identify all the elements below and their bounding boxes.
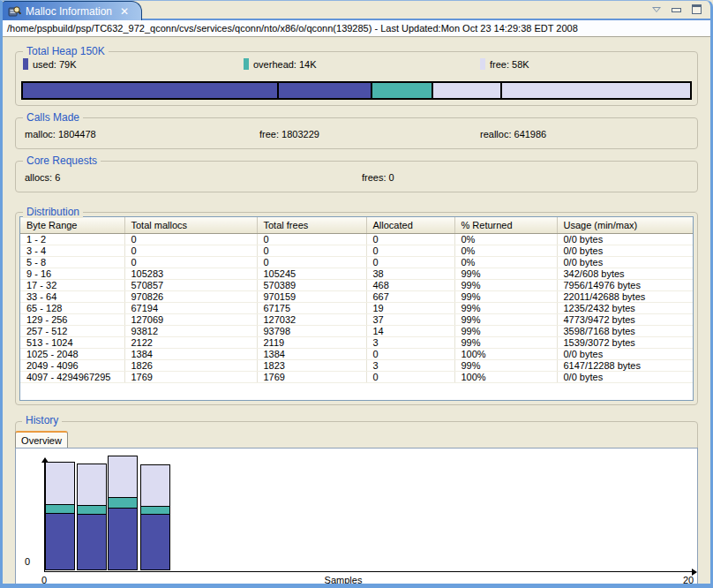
free-count: free: 1803229 (259, 129, 319, 139)
table-cell: 105283 (124, 268, 257, 279)
table-cell: 257 - 512 (20, 325, 124, 336)
table-cell: 4773/9472 bytes (557, 313, 693, 325)
table-row[interactable]: 5 - 80000%0/0 bytes (20, 256, 693, 268)
distribution-table: Byte RangeTotal mallocsTotal freesAlloca… (19, 216, 694, 401)
table-cell: 0 (366, 371, 454, 382)
tab-overview[interactable]: Overview (15, 431, 68, 448)
table-cell: 14 (366, 325, 454, 336)
table-cell: 0/0 bytes (557, 256, 693, 268)
history-bar-segment-used (77, 515, 107, 570)
table-cell: 2049 - 4096 (20, 359, 124, 371)
table-row[interactable]: 9 - 161052831052453899%342/608 bytes (20, 268, 693, 279)
column-header[interactable]: Total mallocs (124, 217, 257, 233)
target-path-bar: /home/pspbuild/psp/TC632_972_qconn/cvs/s… (3, 20, 710, 37)
core-frees-count: frees: 0 (362, 172, 394, 183)
column-header[interactable]: Usage (min/max) (557, 217, 693, 233)
table-row[interactable]: 257 - 51293812937981499%3598/7168 bytes (20, 325, 693, 336)
column-header[interactable]: Total frees (257, 217, 366, 233)
x-axis-end-label: 20 (683, 575, 694, 585)
table-cell: 99% (454, 325, 557, 336)
table-cell: 93812 (124, 325, 257, 336)
tab-malloc-information[interactable]: Malloc Information ✕ (3, 1, 142, 20)
table-cell: 0/0 bytes (557, 348, 693, 359)
legend-label: free: 58K (490, 59, 529, 70)
heap-bar-segment-used (278, 82, 371, 99)
table-row[interactable]: 3 - 40000%0/0 bytes (20, 245, 693, 256)
table-cell: 127032 (257, 313, 366, 325)
table-cell: 1769 (124, 371, 257, 382)
free-color-chip (480, 58, 485, 70)
history-group: History Overview 0 0 20 Samples (15, 421, 698, 588)
view-menu-icon[interactable] (652, 7, 661, 12)
table-cell: 65 - 128 (20, 302, 124, 313)
table-cell: 99% (454, 302, 557, 313)
table-row[interactable]: 2049 - 409618261823399%6147/12288 bytes (20, 359, 693, 371)
table-cell: 970159 (257, 290, 366, 302)
table-cell: 0 (257, 245, 366, 256)
table-cell: 99% (454, 268, 557, 279)
table-cell: 105245 (257, 268, 366, 279)
table-cell: 33 - 64 (20, 290, 124, 302)
history-chart-panel: 0 0 20 Samples (15, 448, 698, 588)
table-cell: 0 (366, 245, 454, 256)
core-allocs-count: allocs: 6 (25, 172, 60, 183)
history-bar (77, 464, 107, 570)
table-row[interactable]: 17 - 3257085757038946899%7956/14976 byte… (20, 279, 693, 290)
table-cell: 1826 (124, 359, 257, 371)
table-cell: 6147/12288 bytes (557, 359, 693, 371)
calls-made-group: Calls Made malloc: 1804478 free: 1803229… (15, 117, 698, 149)
table-cell: 1025 - 2048 (20, 348, 124, 359)
table-row[interactable]: 1025 - 2048138413840100%0/0 bytes (20, 348, 693, 359)
table-cell: 3 - 4 (20, 245, 124, 256)
table-row[interactable]: 513 - 102421222119399%1539/3072 bytes (20, 336, 693, 348)
table-cell: 0% (454, 233, 557, 245)
table-row[interactable]: 65 - 12867194671751999%1235/2432 bytes (20, 302, 693, 313)
total-heap-group: Total Heap 150K used: 79K overhead: 14K … (15, 51, 698, 106)
table-cell: 468 (366, 279, 454, 290)
heap-bar-segment-overhead (372, 82, 433, 99)
table-row[interactable]: 33 - 6497082697015966799%22011/42688 byt… (20, 290, 693, 302)
heap-usage-bar (21, 81, 692, 100)
table-cell: 1769 (257, 371, 366, 382)
distribution-title: Distribution (23, 206, 83, 218)
view-tab-title: Malloc Information (26, 5, 112, 18)
table-cell: 570389 (257, 279, 366, 290)
column-header[interactable]: Byte Range (20, 217, 124, 233)
table-cell: 0 (124, 256, 257, 268)
history-bar-segment-free (140, 464, 170, 507)
table-cell: 3598/7168 bytes (557, 325, 693, 336)
overview-tab-label: Overview (21, 435, 62, 446)
history-bar-segment-used (45, 514, 75, 570)
minimize-icon[interactable] (672, 8, 681, 12)
history-bar-segment-free (108, 456, 138, 498)
core-requests-group: Core Requests allocs: 6 frees: 0 (15, 161, 698, 192)
close-icon[interactable]: ✕ (120, 5, 129, 18)
table-cell: 5 - 8 (20, 256, 124, 268)
realloc-count: realloc: 641986 (480, 129, 546, 139)
maximize-icon[interactable] (692, 4, 702, 14)
table-cell: 0/0 bytes (557, 245, 693, 256)
table-cell: 513 - 1024 (20, 336, 124, 348)
table-cell: 0% (454, 245, 557, 256)
table-row[interactable]: 4097 - 4294967295176917690100%0/0 bytes (20, 371, 693, 382)
table-cell: 100% (454, 348, 557, 359)
table-cell: 0/0 bytes (557, 371, 693, 382)
history-bar-segment-overhead (77, 506, 107, 515)
table-cell: 99% (454, 336, 557, 348)
table-cell: 99% (454, 279, 557, 290)
history-title: History (22, 414, 62, 426)
legend-item: free: 58K (480, 58, 529, 70)
table-cell: 93798 (257, 325, 366, 336)
table-cell: 22011/42688 bytes (557, 290, 693, 302)
table-cell: 99% (454, 359, 557, 371)
table-row[interactable]: 1 - 20000%0/0 bytes (20, 233, 693, 245)
table-cell: 99% (454, 290, 557, 302)
column-header[interactable]: Allocated (366, 217, 454, 233)
table-cell: 0 (257, 233, 366, 245)
column-header[interactable]: % Returned (454, 217, 557, 233)
table-row[interactable]: 129 - 2561270691270323799%4773/9472 byte… (20, 313, 693, 325)
heap-bar-segment-free (432, 82, 501, 99)
table-cell: 4097 - 4294967295 (20, 371, 124, 382)
history-bar-segment-free (45, 462, 75, 505)
table-cell: 0/0 bytes (557, 233, 693, 245)
